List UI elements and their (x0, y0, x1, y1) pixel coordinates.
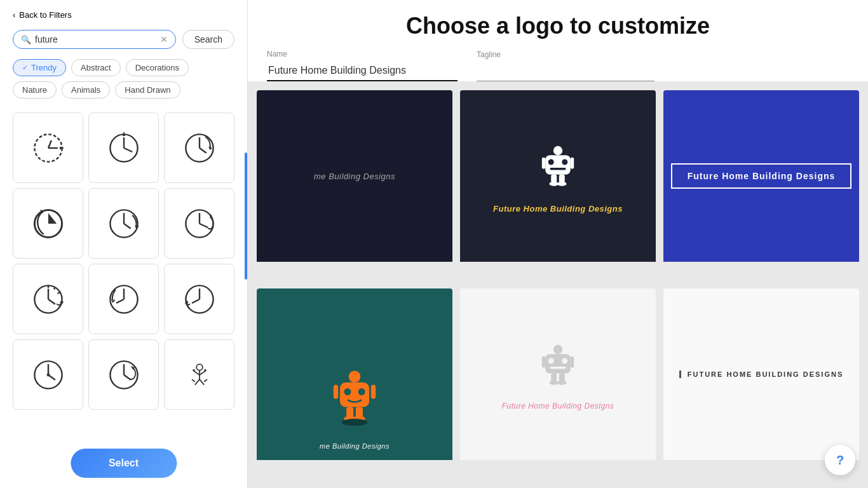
svg-line-20 (54, 287, 55, 289)
svg-line-37 (194, 371, 200, 375)
robot-icon-orange (323, 366, 386, 442)
page-title: Choose a logo to customize (267, 13, 849, 50)
svg-point-76 (550, 381, 559, 385)
right-panel: Choose a logo to customize Name Tagline … (248, 0, 868, 488)
icon-cell-3[interactable] (164, 112, 234, 183)
svg-line-38 (200, 371, 205, 375)
right-header: Choose a logo to customize Name Tagline (248, 0, 868, 81)
svg-rect-49 (550, 168, 566, 170)
icon-cell-6[interactable] (164, 188, 234, 259)
filter-tag-abstract[interactable]: Abstract (71, 59, 121, 76)
svg-line-39 (194, 379, 199, 384)
tagline-field-group: Tagline (477, 50, 654, 81)
svg-point-47 (548, 159, 554, 165)
help-button[interactable]: ? (825, 445, 855, 475)
svg-rect-71 (550, 367, 566, 369)
svg-point-69 (548, 358, 554, 364)
svg-rect-75 (559, 374, 565, 382)
name-input[interactable] (267, 62, 458, 81)
icon-cell-7[interactable] (13, 264, 83, 334)
name-field-group: Name (267, 50, 458, 81)
svg-rect-61 (371, 385, 376, 399)
logo-card-4[interactable]: me Building Designs (257, 288, 452, 479)
svg-point-66 (342, 419, 368, 426)
icon-cell-11[interactable] (88, 339, 159, 410)
svg-rect-68 (545, 354, 571, 374)
svg-line-41 (192, 379, 195, 382)
icon-cell-8[interactable] (88, 264, 159, 334)
svg-line-8 (200, 148, 207, 153)
search-box: 🔍 ✕ (13, 30, 176, 49)
svg-point-48 (562, 159, 567, 165)
svg-point-59 (358, 388, 365, 395)
filter-tag-decorations[interactable]: Decorations (126, 59, 189, 76)
svg-rect-60 (334, 385, 338, 399)
svg-line-2 (48, 140, 51, 148)
logo-card-3[interactable]: Future Home Building Designs (663, 90, 859, 281)
svg-rect-46 (545, 155, 571, 175)
icon-cell-12[interactable] (164, 339, 234, 410)
svg-line-15 (200, 224, 208, 227)
card5-text: Future Home Building Designs (502, 402, 614, 410)
svg-point-31 (46, 373, 50, 376)
name-label: Name (267, 50, 458, 58)
robot-icon-gray (529, 338, 587, 395)
back-to-filters-link[interactable]: ‹ Back to Filters (0, 0, 247, 26)
svg-point-45 (553, 146, 562, 154)
back-arrow-icon: ‹ (13, 10, 15, 20)
card3-text: Future Home Building Designs (671, 163, 852, 189)
robot-icon-white (529, 139, 587, 196)
svg-rect-73 (571, 356, 574, 368)
svg-point-56 (349, 370, 360, 382)
svg-point-35 (196, 364, 203, 370)
fields-row: Name Tagline (267, 50, 849, 81)
svg-line-5 (124, 148, 132, 152)
card6-text: Future Home Building Designs (679, 370, 843, 378)
card1-text: me Building Designs (314, 172, 395, 181)
svg-rect-50 (542, 157, 545, 168)
select-button[interactable]: Select (71, 449, 177, 478)
svg-point-67 (553, 345, 562, 354)
icon-grid (13, 112, 234, 410)
logo-grid: me Building Designs (248, 81, 868, 488)
svg-point-43 (193, 369, 195, 372)
clear-search-icon[interactable]: ✕ (160, 34, 168, 44)
filter-tags: ✓ Trendy Abstract Decorations Nature Ani… (0, 57, 247, 107)
logo-card-1[interactable]: me Building Designs (257, 90, 452, 281)
filter-tag-nature[interactable]: Nature (13, 81, 57, 98)
svg-line-42 (204, 379, 207, 382)
svg-point-77 (557, 381, 566, 385)
svg-line-34 (124, 375, 131, 380)
icon-grid-wrapper (0, 107, 247, 488)
filter-tag-hand-drawn[interactable]: Hand Drawn (115, 81, 180, 98)
svg-point-58 (344, 388, 351, 395)
card4-text: me Building Designs (320, 442, 390, 450)
svg-line-27 (192, 299, 200, 303)
icon-cell-5[interactable] (88, 188, 159, 259)
check-icon: ✓ (22, 64, 28, 72)
tagline-input[interactable] (477, 63, 654, 81)
left-panel: ‹ Back to Filters 🔍 ✕ Search ✓ Trendy Ab… (0, 0, 248, 488)
svg-point-44 (204, 369, 207, 372)
logo-card-2[interactable]: Future Home Building Designs (460, 90, 656, 281)
tagline-label: Tagline (477, 50, 654, 59)
svg-point-54 (550, 181, 559, 186)
search-button[interactable]: Search (182, 30, 234, 49)
search-input[interactable] (35, 34, 156, 44)
icon-cell-2[interactable] (88, 112, 159, 183)
svg-line-40 (200, 379, 204, 384)
svg-point-55 (557, 181, 566, 186)
scroll-indicator (245, 152, 247, 280)
icon-cell-4[interactable] (13, 188, 83, 259)
svg-rect-53 (559, 174, 565, 182)
icon-cell-10[interactable] (13, 339, 83, 410)
search-row: 🔍 ✕ Search (0, 26, 247, 57)
svg-line-21 (57, 292, 60, 294)
logo-card-5[interactable]: Future Home Building Designs (460, 288, 656, 479)
filter-tag-trendy[interactable]: ✓ Trendy (13, 59, 66, 76)
svg-line-12 (124, 224, 131, 229)
icon-cell-1[interactable] (13, 112, 83, 183)
filter-tag-animals[interactable]: Animals (62, 81, 110, 98)
icon-cell-9[interactable] (164, 264, 234, 334)
svg-rect-74 (551, 374, 557, 382)
